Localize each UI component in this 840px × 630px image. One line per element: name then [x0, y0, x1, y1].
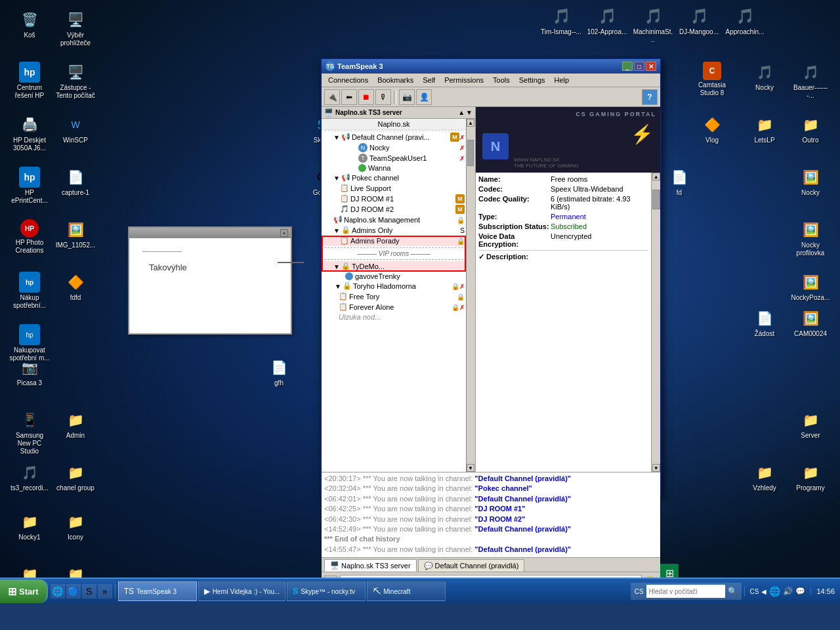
ts-channel-collapse-pokec[interactable]: ▼: [333, 175, 340, 182]
ts-tool-camera[interactable]: 📷: [399, 89, 415, 105]
start-button[interactable]: ⊞ Start: [0, 579, 48, 603]
ts-channel-foreveralone[interactable]: 📋 Forever Alone 🔒 ✗: [322, 302, 466, 312]
icon-outro[interactable]: 📁 Outro: [788, 112, 833, 147]
icon-programy[interactable]: 📁 Programy: [788, 459, 833, 495]
ts-tool-mic[interactable]: 🎙: [375, 89, 391, 105]
icon-cam00024[interactable]: 🖼️ CAM00024: [788, 305, 833, 341]
icon-centrum[interactable]: hp Centrum řešení HP: [7, 59, 52, 102]
ts-menu-help[interactable]: Help: [551, 75, 574, 85]
ts-info-scroll-up[interactable]: ▲: [652, 173, 660, 180]
ts-tool-back[interactable]: ⬅: [341, 89, 357, 105]
icon-machinima[interactable]: 🎵 MachinimaSt...: [630, 3, 676, 47]
taskbar-item-minecraft[interactable]: ⛏ Minecraft: [367, 581, 446, 601]
ts-info-scroll-thumb[interactable]: [652, 190, 660, 209]
taskbar-search-input[interactable]: [646, 585, 725, 598]
icon-gfh[interactable]: 📄 gfh: [256, 354, 302, 390]
icon-nockypos[interactable]: 🖼️ NockyPoza...: [788, 269, 833, 304]
ts-channel-adminsonly[interactable]: ▼ 🔒 Admins Only S: [322, 225, 466, 236]
ts-scroll-track[interactable]: [467, 127, 475, 464]
icon-nakup[interactable]: hp Nákup spotřební...: [7, 269, 52, 312]
ts-channel-collapse-admins[interactable]: ▼: [333, 227, 340, 234]
icon-hp-eprintcent[interactable]: hp HP ePrintCent...: [7, 164, 52, 207]
ts-menu-permissions[interactable]: Permissions: [440, 75, 488, 85]
icon-hp-photo[interactable]: HP HP Photo Creations: [7, 217, 52, 257]
ts-info-scroll-track[interactable]: [652, 180, 660, 464]
ts-minimize-btn[interactable]: _: [622, 62, 633, 71]
notepad-close-btn[interactable]: ×: [280, 229, 288, 237]
icon-kos[interactable]: 🗑️ Koš: [7, 7, 52, 42]
ts-menu-tools[interactable]: Tools: [489, 75, 514, 85]
quicklaunch-more[interactable]: »: [98, 584, 112, 598]
ts-user-teamspeakuser1[interactable]: T TeamSpeakUser1 ✗: [322, 153, 466, 163]
icon-nocky-r1[interactable]: 🎵 Nocky: [742, 59, 788, 94]
ts-server-arrow-up[interactable]: ▲: [458, 109, 465, 116]
icon-fdfd[interactable]: 🔶 fdfd: [52, 269, 98, 304]
ts-channel-djroom1[interactable]: 📋 DJ ROOM #1 M: [322, 194, 466, 204]
icon-vzhledy[interactable]: 📁 Vzhledy: [742, 459, 788, 495]
icon-picasa[interactable]: 📷 Picasa 3: [7, 354, 52, 390]
icon-img11052[interactable]: 🖼️ IMG_11052...: [52, 217, 98, 252]
quicklaunch-ie[interactable]: 🌐: [51, 584, 65, 598]
ts-channel-tydemo[interactable]: ▼ 🔒 TyDeMo...: [322, 261, 466, 272]
ts-channel-gavovetrenky[interactable]: gavoveTrenky: [322, 272, 466, 281]
icon-zastupce[interactable]: 🖥️ Zástupce - Tento počítač: [52, 59, 98, 102]
icon-dj-mangoo[interactable]: 🎵 DJ-Mangoo...: [676, 3, 722, 39]
icon-baauer[interactable]: 🎵 Baauer-------...: [788, 59, 833, 102]
icon-vlc[interactable]: 🔶 Vlog: [689, 112, 735, 147]
ts-tool-disconnect[interactable]: ⏹: [358, 89, 374, 105]
icon-camtasia[interactable]: C Camtasia Studio 8: [689, 59, 735, 100]
ts-close-btn[interactable]: ✕: [646, 62, 656, 71]
icon-zadost[interactable]: 📄 Žádost: [742, 305, 788, 341]
icon-letslp[interactable]: 📁 LetsLP: [742, 112, 788, 147]
ts-scroll-up-btn[interactable]: ▲: [467, 119, 474, 127]
tray-icon-expand[interactable]: ◀: [761, 588, 766, 595]
icon-ts3record[interactable]: 🎵 ts3_recordi...: [7, 459, 52, 495]
ts-tool-connect[interactable]: 🔌: [324, 89, 340, 105]
quicklaunch-chrome[interactable]: 🔵: [66, 584, 81, 598]
ts-server-scroll-up[interactable]: ▼: [466, 109, 472, 116]
ts-tool-help[interactable]: ?: [642, 89, 658, 105]
ts-channel-default[interactable]: ▼ 📢 Default Channel (pravi... M ✗: [322, 132, 466, 142]
quicklaunch-skype[interactable]: S: [82, 584, 96, 598]
taskbar-search-icon[interactable]: 🔍: [728, 587, 738, 596]
teamspeak-window[interactable]: TS TeamSpeak 3 _ □ ✕ Connections Bookmar…: [320, 58, 662, 497]
ts-channel-toryho[interactable]: ▼ 🔒 Toryho Hladomorna 🔒 ✗: [322, 281, 466, 291]
icon-icony[interactable]: 📁 Icony: [52, 509, 98, 544]
icon-admin[interactable]: 📁 Admin: [52, 407, 98, 442]
ts-chat-tab-channel[interactable]: 💬 Default Channel (pravidlá): [418, 559, 525, 572]
ts-user-wanna[interactable]: Wanna: [322, 163, 466, 173]
icon-vyber[interactable]: 🖥️ Výběr prohlížeče: [52, 7, 98, 50]
ts-maximize-btn[interactable]: □: [634, 62, 644, 71]
icon-chanelgroup[interactable]: 📁 chanel group: [52, 459, 98, 495]
ts-channel-collapse-toryho[interactable]: ▼: [335, 283, 341, 290]
ts-info-scroll-down[interactable]: ▼: [652, 464, 660, 472]
notepad-window[interactable]: × Takovýhle: [128, 226, 292, 335]
icon-102-approach[interactable]: 🎵 102-Approa...: [584, 3, 630, 39]
ts-channel-pokec[interactable]: ▼ 📢 Pokec channel: [322, 173, 466, 183]
ts-channel-freetory[interactable]: 📋 Free Tory 🔒: [322, 291, 466, 302]
ts-menu-bookmarks[interactable]: Bookmarks: [373, 75, 417, 85]
ts-menu-self[interactable]: Self: [419, 75, 439, 85]
icon-nockyprof[interactable]: 🖼️ Nocky profilovka: [788, 217, 833, 260]
ts-scroll-down-btn[interactable]: ▼: [467, 464, 474, 472]
icon-tim-ismag[interactable]: 🎵 Tim-Ismag--...: [538, 3, 584, 39]
ts-channel-livesupport[interactable]: 📋 Live Support: [322, 183, 466, 194]
taskbar-item-skype[interactable]: S Skype™ - nocky.tv: [287, 581, 366, 601]
ts-menu-settings[interactable]: Settings: [515, 75, 549, 85]
icon-hp-deskjet[interactable]: 🖨️ HP Deskjet 3050A J6...: [7, 112, 52, 155]
taskbar-item-ts3[interactable]: TS TeamSpeak 3: [118, 581, 197, 601]
icon-nocky1[interactable]: 📁 Nocky1: [7, 509, 52, 544]
taskbar-item-herni[interactable]: ▶ Herní Videjka :) - You...: [198, 581, 286, 601]
icon-samsung[interactable]: 📱 Samsung New PC Studio: [7, 407, 52, 458]
ts-channel-management[interactable]: 📢 Naplno.sk Management 🔒: [322, 215, 466, 225]
ts-user-nocky[interactable]: N Nocky ✗: [322, 142, 466, 153]
ts-tree-scrollbar[interactable]: ▲ ▼: [466, 119, 475, 472]
ts-menu-connections[interactable]: Connections: [324, 75, 372, 85]
icon-approaching[interactable]: 🎵 Approachin...: [722, 3, 768, 39]
ts-channel-collapse-tydemo[interactable]: ▼: [333, 263, 340, 270]
ts-channel-adminsporady[interactable]: 📋 Admins Porady 🔒: [322, 236, 466, 246]
icon-nocky-r2[interactable]: 🖼️ Nocky: [788, 164, 833, 200]
icon-fd-partial[interactable]: 📄 fd: [656, 164, 702, 200]
icon-winscp[interactable]: W WinSCP: [52, 112, 98, 147]
icon-server[interactable]: 📁 Server: [788, 407, 833, 442]
